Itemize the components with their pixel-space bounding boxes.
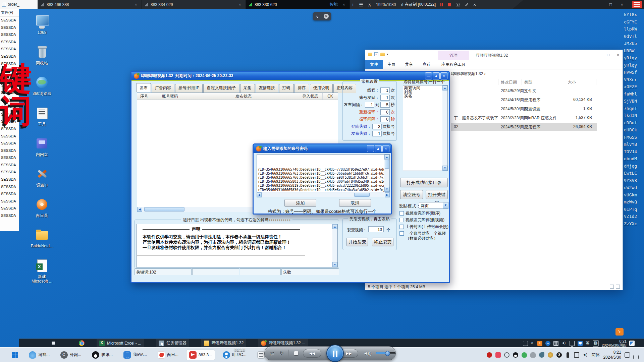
ime-en-indicator[interactable]: 英 xyxy=(586,341,590,346)
annotate-icon[interactable] xyxy=(465,3,468,6)
minimize-icon[interactable]: — xyxy=(596,53,600,57)
session-tab[interactable]: 883 334 029 × xyxy=(142,0,246,9)
tool-tab[interactable]: 采集 xyxy=(240,84,255,93)
minimize-icon[interactable]: — xyxy=(596,2,601,7)
maximize-button[interactable]: ▲ xyxy=(375,145,382,152)
setting-input[interactable]: 1 xyxy=(380,87,390,93)
expand-icon[interactable]: ↘ xyxy=(315,14,319,19)
tray-icon[interactable] xyxy=(539,352,544,358)
tool-tab[interactable]: 广告内容 xyxy=(152,84,174,93)
pause-button[interactable] xyxy=(326,345,344,362)
scroll-thumb[interactable] xyxy=(354,193,370,197)
tray-icon[interactable] xyxy=(556,352,562,358)
log-vscrollbar[interactable]: ▲ ▼ xyxy=(332,224,337,267)
scroll-up-icon[interactable]: ▲ xyxy=(442,85,447,90)
option-row[interactable]: 上传封面(上传封面会慢) xyxy=(399,224,450,229)
desktop-icon[interactable]: 设置ip xyxy=(23,167,60,197)
tool-tab[interactable]: 排序 xyxy=(294,84,309,93)
tray-icon[interactable] xyxy=(553,341,558,346)
fission-count-input[interactable]: 10 xyxy=(368,226,384,232)
add-button[interactable]: 添加 xyxy=(284,199,316,207)
scroll-up-icon[interactable]: ▲ xyxy=(332,224,337,229)
setting-input[interactable]: 0 xyxy=(380,116,390,122)
tray-icon[interactable] xyxy=(513,352,518,358)
close-icon[interactable]: × xyxy=(617,53,619,57)
host-taskbar-item[interactable]: 外网... xyxy=(58,350,84,360)
tray-icon[interactable] xyxy=(570,341,575,346)
maximize-icon[interactable]: □ xyxy=(609,2,612,7)
new-tab-icon[interactable]: + xyxy=(352,2,354,7)
tray-icon[interactable] xyxy=(531,341,534,346)
desktop-icon[interactable]: 向日葵 xyxy=(23,197,60,228)
remote-helper-icon[interactable] xyxy=(615,328,624,336)
explorer-window-controls[interactable]: — □ × xyxy=(596,53,619,57)
column-header-size[interactable]: 大小 xyxy=(568,79,576,85)
file-menu[interactable]: 文件(F) xyxy=(0,9,19,17)
setting-input[interactable]: 1 xyxy=(380,95,390,101)
column-header-date[interactable]: 修改日期 xyxy=(501,79,517,85)
tray-icon[interactable] xyxy=(487,352,492,358)
ime-pinyin-indicator[interactable]: 拼 xyxy=(593,340,599,347)
stop-icon[interactable] xyxy=(294,351,298,355)
close-tab-icon[interactable]: × xyxy=(341,2,346,7)
menu-icon[interactable]: ☰ xyxy=(359,2,363,7)
view-toggle-icons[interactable] xyxy=(610,285,620,289)
close-button[interactable]: × xyxy=(440,72,447,79)
minimize-button[interactable]: — xyxy=(367,145,374,152)
minimize-button[interactable]: — xyxy=(425,72,432,79)
tray-icon[interactable] xyxy=(548,352,553,358)
scroll-right-icon[interactable]: ▶ xyxy=(385,192,390,197)
floating-recorder-pill[interactable]: ↘ ✕ xyxy=(313,12,331,20)
ribbon-tab[interactable]: 主页 xyxy=(383,60,400,69)
tray-icon[interactable] xyxy=(574,352,579,358)
option-row[interactable]: 视频发完即停(删视频) xyxy=(399,218,450,223)
chrome-icon[interactable] xyxy=(79,340,85,346)
scroll-down-icon[interactable]: ▼ xyxy=(384,187,389,192)
ime-indicator[interactable]: 简体 xyxy=(591,352,600,358)
scroll-up-icon[interactable]: ▲ xyxy=(384,155,389,160)
breadcrumb[interactable]: 哔哩哔哩视频1.32 › xyxy=(451,71,486,77)
volume-icon[interactable]: ◄))) xyxy=(364,351,372,356)
host-taskbar-item[interactable]: 腾讯... xyxy=(89,350,115,360)
chevron-down-icon[interactable]: ▼ xyxy=(443,202,448,208)
accounts-textarea[interactable]: rID=3546693106665740;DedeUserID__ckMd5=7… xyxy=(257,154,390,192)
tool-tab[interactable]: 拨号|代理IP xyxy=(175,84,203,93)
corner-app-icon[interactable] xyxy=(632,1,642,8)
tray-icon[interactable] xyxy=(583,352,588,358)
vm-taskbar-item[interactable]: 任务管理器 xyxy=(156,339,189,348)
repeat-icon[interactable]: ↻ xyxy=(280,350,284,356)
show-desktop-icon[interactable] xyxy=(629,341,635,346)
checkbox[interactable] xyxy=(399,211,404,216)
tool-tab[interactable]: 打码 xyxy=(279,84,294,93)
tray-icon[interactable] xyxy=(504,352,509,358)
explorer-titlebar[interactable]: ✓ ▾ 管理 哔哩哔哩视频1.32 — □ × xyxy=(365,50,623,60)
host-taskbar-item[interactable]: 向日... xyxy=(155,350,181,360)
tray-icon[interactable] xyxy=(530,352,536,358)
tool-titlebar[interactable]: 哔哩哔哩视频1.32 到期时间：2024-06-25 20:23:33 — ▲ … xyxy=(131,72,449,80)
close-button[interactable]: × xyxy=(382,145,389,152)
scroll-thumb[interactable] xyxy=(385,160,389,169)
ribbon-tab[interactable]: 共享 xyxy=(400,60,418,69)
ribbon-tab[interactable]: 应用程序工具 xyxy=(438,60,469,69)
tray-icon[interactable] xyxy=(537,341,542,346)
scroll-down-icon[interactable]: ▼ xyxy=(332,262,337,267)
open-keywords-button[interactable]: 打开关键词 xyxy=(426,190,448,199)
vm-start-button[interactable] xyxy=(49,339,57,348)
quick-access-toolbar[interactable]: ✓ ▾ xyxy=(368,52,388,56)
setting-input[interactable]: 1 xyxy=(365,102,374,108)
checkbox[interactable] xyxy=(399,218,404,222)
option-row[interactable]: 视频发完即停(顺序) xyxy=(399,211,450,216)
tray-icon[interactable] xyxy=(495,352,501,358)
tray-icon[interactable] xyxy=(567,352,569,358)
tool-tab[interactable]: 自定义链接|池子 xyxy=(203,84,239,93)
checkbox[interactable] xyxy=(399,231,404,236)
pin-icon[interactable]: ⊼ xyxy=(368,2,371,7)
tray-icon[interactable] xyxy=(523,341,528,346)
ribbon-tab[interactable]: 查看 xyxy=(418,60,435,69)
close-icon[interactable]: × xyxy=(621,2,623,7)
close-record-icon[interactable]: × xyxy=(473,2,476,7)
dialog-hscrollbar[interactable]: ◀ ▶ xyxy=(257,192,390,197)
vm-clock[interactable]: 8:21 2024/5/30/周四 xyxy=(602,339,627,347)
setting-input[interactable]: 3 xyxy=(372,124,382,129)
host-clock[interactable]: 8:21 2024/5/30 xyxy=(603,350,621,360)
